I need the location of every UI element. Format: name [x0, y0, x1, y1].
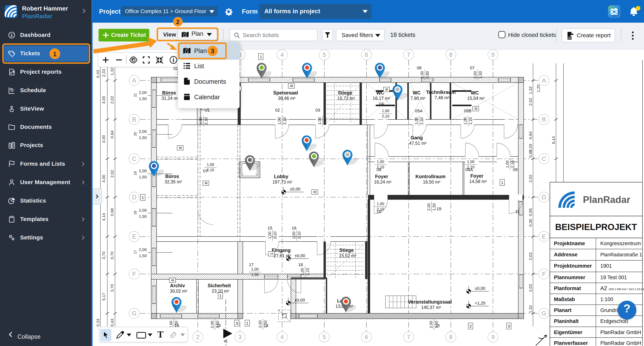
svg-text:2,00: 2,00	[139, 247, 147, 252]
svg-text:2,10: 2,10	[377, 165, 384, 169]
svg-text:WC: WC	[413, 90, 421, 95]
svg-text:1,00: 1,00	[318, 117, 322, 125]
svg-text:- A: - A	[223, 339, 228, 345]
svg-text:7: 7	[407, 51, 410, 58]
svg-text:6: 6	[365, 333, 368, 340]
svg-text:Maßstab: Maßstab	[554, 296, 575, 302]
svg-text:4,14: 4,14	[102, 213, 106, 221]
svg-text:2,33: 2,33	[102, 69, 106, 77]
svg-text:1,00: 1,00	[414, 117, 418, 125]
svg-text:02: 02	[275, 108, 280, 112]
svg-text:8: 8	[170, 279, 175, 281]
svg-text:4: 4	[280, 333, 284, 340]
svg-text:1,50: 1,50	[432, 203, 436, 211]
svg-text:04: 04	[379, 101, 384, 106]
svg-text:1,00: 1,00	[300, 268, 304, 276]
svg-text:8: 8	[204, 182, 208, 184]
svg-text:03: 03	[316, 108, 320, 112]
svg-text:7,48 m²: 7,48 m²	[434, 95, 450, 100]
svg-text:F: F	[542, 271, 546, 277]
svg-text:Addresse: Addresse	[554, 252, 578, 257]
svg-text:Sicherheit: Sicherheit	[208, 283, 231, 288]
svg-text:1,50: 1,50	[139, 214, 147, 219]
svg-text:Büros: Büros	[162, 90, 176, 95]
svg-text:A: A	[542, 77, 546, 84]
svg-text:15,72 m²: 15,72 m²	[338, 96, 355, 101]
svg-text:0,85: 0,85	[528, 208, 533, 216]
svg-text:1,00: 1,00	[382, 109, 390, 113]
svg-text:PlanRadar GmbH: PlanRadar GmbH	[600, 329, 641, 335]
svg-text:47,51 m²: 47,51 m²	[409, 141, 427, 146]
svg-text:±0,00: ±0,00	[290, 187, 300, 192]
svg-text:9: 9	[491, 333, 495, 340]
svg-text:5: 5	[322, 51, 326, 58]
svg-text:3,70: 3,70	[110, 284, 114, 292]
svg-text:Plannummer: Plannummer	[554, 275, 585, 280]
svg-text:8: 8	[449, 333, 452, 340]
svg-text:Stiege: Stiege	[338, 90, 352, 95]
svg-text:8: 8	[449, 51, 452, 58]
svg-text:B: B	[542, 116, 546, 123]
svg-text:2,02: 2,02	[110, 170, 114, 178]
svg-text:140,37 m²: 140,37 m²	[421, 305, 441, 310]
svg-text:2,03: 2,03	[528, 253, 533, 260]
svg-text:1,50: 1,50	[478, 71, 482, 79]
svg-text:1,32: 1,32	[528, 305, 533, 313]
svg-text:1,50: 1,50	[216, 321, 220, 328]
svg-text:0,84: 0,84	[528, 131, 533, 139]
svg-text:1,00: 1,00	[420, 71, 424, 79]
svg-text:Archiv: Archiv	[170, 283, 185, 288]
svg-text:2,02: 2,02	[528, 98, 533, 106]
svg-text:1901: 1901	[600, 263, 612, 269]
svg-text:1,50: 1,50	[139, 96, 147, 101]
svg-text:2,00: 2,00	[429, 321, 433, 328]
svg-text:0,84: 0,84	[110, 130, 114, 138]
svg-text:6,17: 6,17	[102, 293, 106, 301]
svg-text:2: 2	[196, 333, 200, 340]
svg-text:1,50: 1,50	[139, 135, 147, 140]
svg-text:Speisesaal: Speisesaal	[273, 90, 298, 95]
svg-text:Projektname: Projektname	[554, 241, 585, 246]
svg-text:18: 18	[134, 211, 137, 215]
svg-text:A: A	[132, 77, 136, 84]
svg-text:0,85: 0,85	[528, 150, 533, 158]
svg-text:0,98: 0,98	[110, 208, 114, 216]
svg-text:3: 3	[238, 333, 242, 340]
svg-text:Planformat: Planformat	[554, 285, 581, 291]
svg-text:2,10: 2,10	[377, 207, 384, 211]
svg-text:1: 1	[501, 180, 503, 185]
svg-text:17: 17	[249, 262, 254, 267]
svg-text:C: C	[542, 155, 546, 162]
svg-text:2,10: 2,10	[297, 232, 301, 239]
svg-text:2,10: 2,10	[306, 268, 310, 276]
svg-text:Erdgeschoß: Erdgeschoß	[600, 318, 628, 324]
svg-text:G: G	[132, 310, 137, 317]
svg-text:32,35 m²: 32,35 m²	[165, 179, 182, 184]
svg-text:30,46 m²: 30,46 m²	[278, 96, 296, 101]
svg-text:D: D	[542, 194, 546, 201]
svg-text:0,33: 0,33	[96, 319, 100, 327]
svg-text:PDF: PDF	[568, 37, 572, 39]
svg-text:B: B	[132, 116, 136, 123]
svg-text:1,50: 1,50	[139, 253, 147, 258]
svg-text:2,10: 2,10	[467, 165, 474, 169]
svg-text:1,00: 1,00	[377, 202, 384, 206]
svg-text:0,30: 0,30	[528, 219, 533, 227]
svg-text:2,10: 2,10	[282, 117, 287, 125]
svg-text:PlanRadar: PlanRadar	[583, 194, 630, 205]
svg-text:C: C	[132, 155, 136, 162]
svg-text:Gang: Gang	[410, 135, 423, 140]
svg-text:1: 1	[260, 55, 262, 59]
svg-text:14,58 m²: 14,58 m²	[470, 179, 487, 184]
svg-text:3: 3	[508, 324, 510, 328]
svg-text:06: 06	[417, 66, 422, 70]
svg-text:+1,25: +1,25	[475, 301, 486, 305]
svg-text:Projektnummer: Projektnummer	[554, 263, 592, 269]
svg-text:D: D	[132, 194, 136, 201]
svg-text:2,10: 2,10	[273, 232, 277, 239]
svg-text:7,90 m²: 7,90 m²	[410, 96, 425, 101]
svg-text:18: 18	[298, 262, 303, 267]
svg-text:Kongresszentrum: Kongresszentrum	[600, 241, 641, 246]
svg-text:1: 1	[246, 321, 248, 325]
svg-text:1,32: 1,32	[528, 86, 533, 94]
